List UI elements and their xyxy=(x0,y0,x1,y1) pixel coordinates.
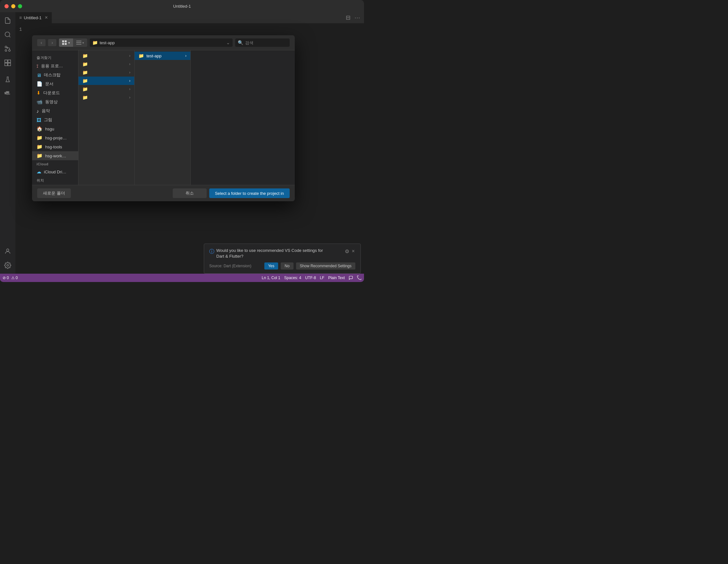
split-editor-icon[interactable]: ⊟ xyxy=(344,13,352,22)
search-bar[interactable]: 🔍 xyxy=(235,38,290,47)
folder-icon-3: 📁 xyxy=(82,70,88,75)
notification-close-icon[interactable]: × xyxy=(351,248,355,255)
window-title: Untitled-1 xyxy=(173,4,191,9)
dialog-toolbar: ‹ › ▾ ▾ 📁 test- xyxy=(32,35,295,50)
downloads-label: 다운로드 xyxy=(43,90,74,96)
folder-icon-5: 📁 xyxy=(82,87,88,92)
svg-point-3 xyxy=(5,46,7,48)
arrow-icon-2: › xyxy=(129,62,130,66)
activity-bar xyxy=(0,12,15,274)
account-icon[interactable] xyxy=(2,245,13,257)
svg-point-15 xyxy=(7,264,9,266)
line-col-status[interactable]: Ln 1, Col 1 xyxy=(262,276,280,280)
info-icon: ⓘ xyxy=(209,248,214,255)
svg-rect-21 xyxy=(76,42,81,43)
close-button[interactable] xyxy=(4,4,9,8)
icloud-section-label: iCloud xyxy=(32,160,78,167)
notification-header: ⓘ Would you like to use recommended VS C… xyxy=(209,248,355,259)
search-icon[interactable] xyxy=(2,29,13,40)
sidebar-item-apps[interactable]: ⟟ 응용 프로… xyxy=(32,62,78,71)
activity-bar-bottom xyxy=(2,245,13,274)
folder-icon-2: 📁 xyxy=(82,62,88,67)
file-dialog-sidebar: 즐겨찾기 ⟟ 응용 프로… 🖥 데스크탑 📄 문서 ⬇ 다운로드 xyxy=(32,50,79,185)
flask-icon[interactable] xyxy=(2,74,13,85)
svg-rect-16 xyxy=(62,40,64,42)
grid-view-option[interactable]: ▾ xyxy=(59,38,73,47)
tab-close-icon[interactable]: × xyxy=(45,15,48,21)
feedback-icon[interactable] xyxy=(349,276,353,280)
file-item-4[interactable]: 📁 › xyxy=(79,77,134,85)
svg-point-0 xyxy=(5,32,10,37)
hsg-workspace-icon: 📁 xyxy=(37,153,43,159)
file-item-2[interactable]: 📁 › xyxy=(79,60,134,68)
icloud-icon: ☁ xyxy=(37,169,41,175)
spaces-status[interactable]: Spaces: 4 xyxy=(284,276,301,280)
broadcast-icon[interactable] xyxy=(357,276,361,280)
svg-rect-8 xyxy=(8,63,11,66)
sidebar-item-pictures[interactable]: 🖼 그림 xyxy=(32,115,78,124)
encoding-status[interactable]: UTF-8 xyxy=(305,276,316,280)
show-recommended-button[interactable]: Show Recommended Settings xyxy=(296,262,355,270)
file-item-1[interactable]: 📁 › xyxy=(79,52,134,60)
sidebar-item-desktop[interactable]: 🖥 데스크탑 xyxy=(32,71,78,79)
notification-gear-icon[interactable]: ⚙ xyxy=(344,248,350,255)
file-dialog[interactable]: ‹ › ▾ ▾ 📁 test- xyxy=(32,35,295,201)
line-ending-status[interactable]: LF xyxy=(320,276,324,280)
testapp-folder-icon: 📁 xyxy=(138,53,144,58)
file-item-testapp[interactable]: 📁 test-app › xyxy=(135,52,190,60)
select-button[interactable]: Select a folder to create the project in xyxy=(209,188,290,198)
svg-point-2 xyxy=(9,50,11,52)
documents-icon: 📄 xyxy=(37,81,43,87)
forward-button[interactable]: › xyxy=(48,39,56,46)
yes-button[interactable]: Yes xyxy=(264,262,278,270)
search-input[interactable] xyxy=(245,40,287,45)
tab-untitled[interactable]: ≡ Untitled-1 × xyxy=(15,12,52,23)
folder-icon-4: 📁 xyxy=(82,78,88,83)
language-status[interactable]: Plain Text xyxy=(328,276,345,280)
sidebar-item-icloud[interactable]: ☁ iCloud Dri… xyxy=(32,167,78,176)
sidebar-item-hsg-projects[interactable]: 📁 hsg-proje… xyxy=(32,133,78,142)
videos-icon: 📹 xyxy=(37,99,43,105)
file-pane-left: 📁 › 📁 › 📁 › 📁 xyxy=(79,50,135,185)
hsgu-icon: 🏠 xyxy=(37,126,43,132)
sidebar-item-documents[interactable]: 📄 문서 xyxy=(32,79,78,88)
sidebar-item-hsg-workspace[interactable]: 📁 hsg-work… xyxy=(32,151,78,160)
location-bar[interactable]: 📁 test-app ⌄ xyxy=(90,38,233,47)
minimize-button[interactable] xyxy=(11,4,15,8)
sidebar-item-videos[interactable]: 📹 동영상 xyxy=(32,97,78,106)
location-dropdown-icon[interactable]: ⌄ xyxy=(226,40,230,45)
error-count[interactable]: ⊘ 0 ⚠ 0 xyxy=(3,276,18,280)
tab-label: Untitled-1 xyxy=(24,15,42,20)
tab-bar: ≡ Untitled-1 × ⊟ ⋯ xyxy=(15,12,364,23)
sidebar-item-downloads[interactable]: ⬇ 다운로드 xyxy=(32,88,78,97)
docker-icon[interactable] xyxy=(2,88,13,99)
extensions-icon[interactable] xyxy=(2,57,13,69)
icloud-label: iCloud Dri… xyxy=(44,170,74,174)
desktop-label: 데스크탑 xyxy=(44,72,74,78)
sidebar-item-orange[interactable]: 📄 ORANGE… xyxy=(32,184,78,185)
new-folder-button[interactable]: 새로운 폴더 xyxy=(37,188,71,198)
settings-icon[interactable] xyxy=(2,260,13,271)
location-text: test-app xyxy=(100,40,224,45)
hsg-tools-icon: 📁 xyxy=(37,144,43,150)
file-item-3[interactable]: 📁 › xyxy=(79,68,134,77)
list-view-option[interactable]: ▾ xyxy=(73,38,87,47)
sidebar-item-hsgu[interactable]: 🏠 hsgu xyxy=(32,124,78,133)
footer-left: 새로운 폴더 xyxy=(37,188,71,198)
sidebar-item-music[interactable]: ♪ 음악 xyxy=(32,106,78,115)
file-item-6[interactable]: 📁 › xyxy=(79,93,134,102)
back-button[interactable]: ‹ xyxy=(37,39,45,46)
arrow-icon-3: › xyxy=(129,70,130,75)
apps-icon: ⟟ xyxy=(37,63,38,69)
cancel-button[interactable]: 취소 xyxy=(173,188,207,198)
status-right: Ln 1, Col 1 Spaces: 4 UTF-8 LF Plain Tex… xyxy=(262,276,361,280)
maximize-button[interactable] xyxy=(18,4,22,8)
no-button[interactable]: No xyxy=(281,262,293,270)
file-pane-middle: 📁 test-app › xyxy=(135,50,191,185)
language-text: Plain Text xyxy=(328,276,345,280)
sidebar-item-hsg-tools[interactable]: 📁 hsg-tools xyxy=(32,142,78,151)
files-icon[interactable] xyxy=(2,15,13,26)
more-actions-icon[interactable]: ⋯ xyxy=(353,13,361,22)
source-control-icon[interactable] xyxy=(2,43,13,54)
file-item-5[interactable]: 📁 › xyxy=(79,85,134,93)
